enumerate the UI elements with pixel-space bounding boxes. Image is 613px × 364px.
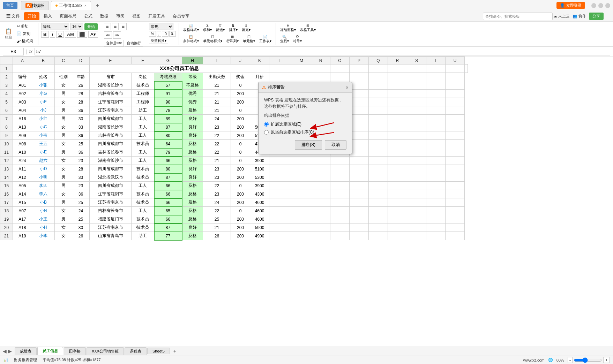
table-cell[interactable]: 77 <box>154 232 182 240</box>
table-cell[interactable]: 36 <box>72 131 90 140</box>
table-cell[interactable]: 小E <box>32 148 55 157</box>
cell-M1[interactable] <box>311 65 330 73</box>
cell-N1[interactable] <box>330 65 350 73</box>
table-cell[interactable]: A12 <box>13 173 32 182</box>
zoom-in-button[interactable]: + <box>603 357 610 363</box>
table-cell[interactable]: 36 <box>72 190 90 198</box>
table-cell-empty[interactable] <box>446 198 465 207</box>
table-cell-empty[interactable] <box>388 215 407 223</box>
table-cell-empty[interactable] <box>369 207 388 215</box>
table-cell[interactable]: 小红 <box>32 115 55 123</box>
template-tab[interactable]: W 找模板 <box>21 1 49 10</box>
start-button[interactable]: 开始 <box>84 23 98 30</box>
table-cell[interactable]: 男 <box>55 90 72 98</box>
rowcol-button[interactable]: ⊞ 行和列▾ <box>225 34 240 44</box>
table-cell[interactable]: 女 <box>55 190 72 198</box>
italic-button[interactable]: I <box>50 31 55 38</box>
col-B[interactable]: B <box>32 57 55 65</box>
table-cell-empty[interactable] <box>369 165 388 173</box>
table-cell[interactable]: 3900 <box>250 182 269 190</box>
table-cell-empty[interactable] <box>350 165 369 173</box>
table-cell[interactable]: 男 <box>55 173 72 182</box>
col-J[interactable]: J <box>231 57 250 65</box>
table-cell[interactable]: 5300 <box>250 173 269 182</box>
table-cell[interactable]: 23 <box>72 157 90 165</box>
tab-scores[interactable]: 成绩表 <box>15 347 37 355</box>
table-cell[interactable]: 及格 <box>182 106 203 115</box>
table-cell[interactable]: A02 <box>13 90 32 98</box>
paste-button[interactable]: 📋 粘贴 <box>3 27 14 40</box>
home-tab[interactable]: 首页 <box>3 2 17 9</box>
table-cell-empty[interactable] <box>269 182 292 190</box>
table-cell-empty[interactable] <box>407 198 426 207</box>
table-cell[interactable]: 200 <box>231 215 250 223</box>
table-cell-empty[interactable] <box>269 190 292 198</box>
table-cell[interactable]: 小李 <box>32 232 55 240</box>
table-cell-empty[interactable] <box>350 182 369 190</box>
table-cell[interactable]: 64 <box>154 140 182 148</box>
sum-button[interactable]: Σ 求和▾ <box>202 23 213 33</box>
table-cell-empty[interactable] <box>292 215 311 223</box>
col-I[interactable]: I <box>203 57 231 65</box>
cell-T2[interactable] <box>426 73 446 81</box>
col-C[interactable]: C <box>55 57 72 65</box>
table-cell-empty[interactable] <box>388 131 407 140</box>
table-cell-empty[interactable] <box>269 215 292 223</box>
tab-sheet5[interactable]: Sheet5 <box>147 348 170 354</box>
table-cell-empty[interactable] <box>407 215 426 223</box>
table-cell-empty[interactable] <box>407 223 426 232</box>
table-cell[interactable]: A05 <box>13 182 32 190</box>
table-cell-empty[interactable] <box>292 190 311 198</box>
border-button[interactable]: A⊞ <box>65 31 76 38</box>
table-cell[interactable]: 王五 <box>32 140 55 148</box>
table-cell-empty[interactable] <box>350 232 369 240</box>
table-cell[interactable]: 22 <box>203 207 231 215</box>
table-cell[interactable]: 66 <box>154 157 182 165</box>
table-cell-empty[interactable] <box>369 98 388 106</box>
merge-button[interactable]: 合并居中▾ <box>104 40 124 47</box>
header-grade[interactable]: 等级 <box>182 73 203 81</box>
table-cell[interactable]: 200 <box>231 198 250 207</box>
table-cell[interactable]: 200 <box>231 123 250 131</box>
table-cell[interactable]: 技术员 <box>132 165 154 173</box>
file-tab[interactable]: 工作簿3.xlsx × <box>51 1 91 10</box>
table-cell-empty[interactable] <box>407 98 426 106</box>
table-cell-empty[interactable] <box>369 123 388 131</box>
table-cell-empty[interactable] <box>269 232 292 240</box>
table-cell-empty[interactable] <box>446 215 465 223</box>
table-cell-empty[interactable] <box>369 173 388 182</box>
table-cell-empty[interactable] <box>269 207 292 215</box>
cloud-save[interactable]: ☁ 未上云 <box>553 14 570 19</box>
table-cell[interactable]: 工程师 <box>132 98 154 106</box>
table-cell[interactable]: 4600 <box>250 198 269 207</box>
table-cell-empty[interactable] <box>388 123 407 131</box>
menu-view[interactable]: 视图 <box>129 12 144 20</box>
table-cell[interactable]: 男 <box>55 131 72 140</box>
table-cell-empty[interactable] <box>426 190 446 198</box>
table-cell[interactable]: A14 <box>13 190 32 198</box>
cell-S1[interactable] <box>426 65 446 73</box>
table-cell[interactable]: 小H <box>32 223 55 232</box>
table-cell-empty[interactable] <box>330 173 350 182</box>
table-cell[interactable]: 女 <box>55 98 72 106</box>
col-L[interactable]: L <box>269 57 292 65</box>
table-cell-empty[interactable] <box>311 207 330 215</box>
table-cell[interactable]: 助工 <box>132 106 154 115</box>
table-cell[interactable]: 87 <box>154 123 182 131</box>
table-cell[interactable]: 男 <box>55 198 72 207</box>
table-cell[interactable]: 女 <box>55 157 72 165</box>
table-cell-empty[interactable] <box>311 215 330 223</box>
table-cell[interactable]: 良好 <box>182 123 203 131</box>
freeze-button[interactable]: ❄ 冻结窗格▾ <box>279 23 297 33</box>
table-cell-empty[interactable] <box>269 157 292 165</box>
table-cell-empty[interactable] <box>350 207 369 215</box>
cell-D1[interactable] <box>72 65 90 73</box>
table-tools-button[interactable]: ⊞ 表格工具▾ <box>299 23 317 33</box>
close-tab-icon[interactable]: × <box>84 4 87 8</box>
table-cell[interactable]: 山东省青岛市 <box>90 232 132 240</box>
table-cell[interactable]: 200 <box>231 90 250 98</box>
table-cell[interactable]: 四川省成都市 <box>90 182 132 190</box>
table-cell[interactable]: 四川省成都市 <box>90 165 132 173</box>
table-cell-empty[interactable] <box>330 165 350 173</box>
table-cell-empty[interactable] <box>388 207 407 215</box>
